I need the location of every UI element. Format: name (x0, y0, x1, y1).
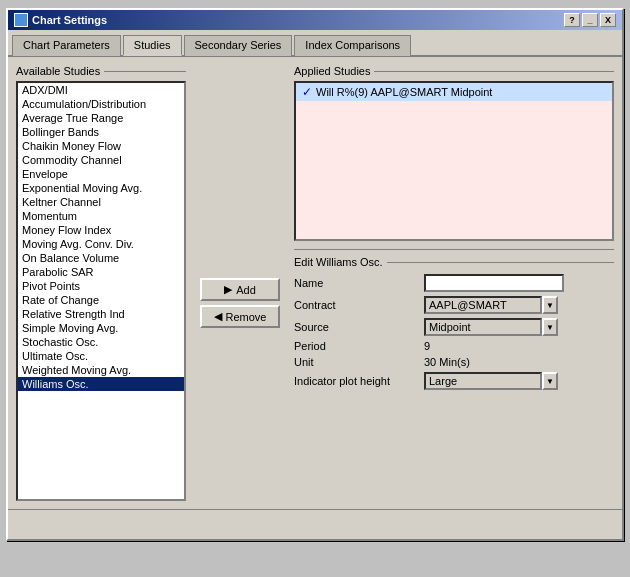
window-title: Chart Settings (32, 14, 107, 26)
list-item[interactable]: Stochastic Osc. (18, 335, 184, 349)
list-item[interactable]: Envelope (18, 167, 184, 181)
contract-value: AAPL@SMART (424, 296, 542, 314)
applied-studies-label: Applied Studies (294, 65, 614, 77)
list-item[interactable]: Money Flow Index (18, 223, 184, 237)
left-panel: Available Studies ADX/DMI Accumulation/D… (16, 65, 186, 501)
title-bar: Chart Settings ? _ X (8, 10, 622, 30)
remove-icon: ◀ (214, 310, 222, 323)
tab-bar: Chart Parameters Studies Secondary Serie… (8, 30, 622, 57)
list-item[interactable]: Accumulation/Distribution (18, 97, 184, 111)
tab-studies[interactable]: Studies (123, 35, 182, 56)
indicator-height-select-wrapper: Large ▼ (424, 372, 558, 390)
applied-item-label: Will R%(9) AAPL@SMART Midpoint (316, 86, 492, 98)
param-label-name: Name (294, 277, 424, 289)
edit-section: Edit Williams Osc. Name Contract AAPL@SM… (294, 249, 614, 390)
list-item[interactable]: Weighted Moving Avg. (18, 363, 184, 377)
tab-secondary-series[interactable]: Secondary Series (184, 35, 293, 56)
available-studies-list[interactable]: ADX/DMI Accumulation/Distribution Averag… (16, 81, 186, 501)
param-row-name: Name (294, 274, 614, 292)
edit-title: Edit Williams Osc. (294, 256, 614, 268)
list-item[interactable]: Commodity Channel (18, 153, 184, 167)
param-label-period: Period (294, 340, 424, 352)
list-item[interactable]: Moving Avg. Conv. Div. (18, 237, 184, 251)
title-bar-buttons: ? _ X (564, 13, 616, 27)
main-content: Available Studies ADX/DMI Accumulation/D… (8, 57, 622, 509)
list-item[interactable]: Chaikin Money Flow (18, 139, 184, 153)
list-item[interactable]: Momentum (18, 209, 184, 223)
add-label: Add (236, 284, 256, 296)
param-row-contract: Contract AAPL@SMART ▼ (294, 296, 614, 314)
applied-studies-list[interactable]: ✓ Will R%(9) AAPL@SMART Midpoint (294, 81, 614, 241)
title-bar-left: Chart Settings (14, 13, 107, 27)
add-button[interactable]: ▶ Add (200, 278, 280, 301)
applied-item[interactable]: ✓ Will R%(9) AAPL@SMART Midpoint (296, 83, 612, 101)
right-panel: Applied Studies ✓ Will R%(9) AAPL@SMART … (294, 65, 614, 501)
list-item[interactable]: Parabolic SAR (18, 265, 184, 279)
list-item[interactable]: Rate of Change (18, 293, 184, 307)
list-item[interactable]: Pivot Points (18, 279, 184, 293)
param-row-source: Source Midpoint ▼ (294, 318, 614, 336)
param-label-indicator-height: Indicator plot height (294, 375, 424, 387)
list-item[interactable]: Ultimate Osc. (18, 349, 184, 363)
help-button[interactable]: ? (564, 13, 580, 27)
check-icon: ✓ (302, 85, 312, 99)
indicator-height-dropdown-button[interactable]: ▼ (542, 372, 558, 390)
param-row-unit: Unit 30 Min(s) (294, 356, 614, 368)
param-label-unit: Unit (294, 356, 424, 368)
button-group: ▶ Add ◀ Remove (194, 105, 286, 501)
source-value: Midpoint (424, 318, 542, 336)
tab-index-comparisons[interactable]: Index Comparisons (294, 35, 411, 56)
minimize-button[interactable]: _ (582, 13, 598, 27)
param-label-contract: Contract (294, 299, 424, 311)
contract-select-wrapper: AAPL@SMART ▼ (424, 296, 558, 314)
list-item[interactable]: ADX/DMI (18, 83, 184, 97)
list-item[interactable]: Relative Strength Ind (18, 307, 184, 321)
close-button[interactable]: X (600, 13, 616, 27)
available-studies-label: Available Studies (16, 65, 186, 77)
param-row-indicator-height: Indicator plot height Large ▼ (294, 372, 614, 390)
list-item[interactable]: On Balance Volume (18, 251, 184, 265)
list-item[interactable]: Keltner Channel (18, 195, 184, 209)
add-icon: ▶ (224, 283, 232, 296)
param-label-source: Source (294, 321, 424, 333)
window-icon (14, 13, 28, 27)
bottom-bar (8, 509, 622, 539)
list-item[interactable]: Simple Moving Avg. (18, 321, 184, 335)
tab-chart-parameters[interactable]: Chart Parameters (12, 35, 121, 56)
remove-label: Remove (226, 311, 267, 323)
indicator-height-value: Large (424, 372, 542, 390)
source-select-wrapper: Midpoint ▼ (424, 318, 558, 336)
list-item[interactable]: Bollinger Bands (18, 125, 184, 139)
param-input-name[interactable] (424, 274, 564, 292)
list-item[interactable]: Exponential Moving Avg. (18, 181, 184, 195)
param-row-period: Period 9 (294, 340, 614, 352)
period-value: 9 (424, 340, 614, 352)
remove-button[interactable]: ◀ Remove (200, 305, 280, 328)
contract-dropdown-button[interactable]: ▼ (542, 296, 558, 314)
source-dropdown-button[interactable]: ▼ (542, 318, 558, 336)
list-item[interactable]: Average True Range (18, 111, 184, 125)
list-item-williams[interactable]: Williams Osc. (18, 377, 184, 391)
main-window: Chart Settings ? _ X Chart Parameters St… (6, 8, 624, 541)
unit-value: 30 Min(s) (424, 356, 614, 368)
